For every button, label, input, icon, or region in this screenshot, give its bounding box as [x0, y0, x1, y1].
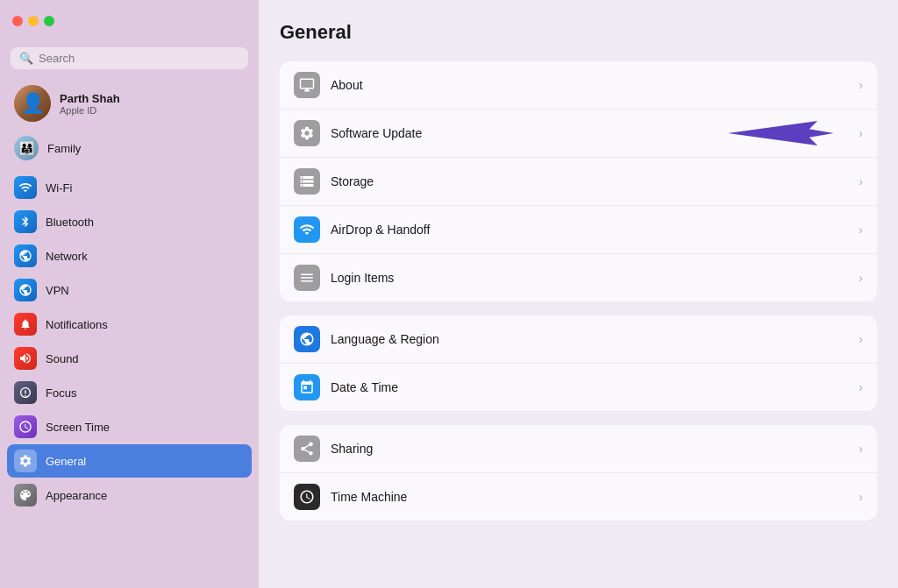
- sidebar-item-wifi[interactable]: Wi-Fi: [7, 171, 252, 204]
- settings-row-login-items[interactable]: Login Items ›: [280, 254, 877, 301]
- sidebar: 🔍 Parth Shah Apple ID 👨‍👩‍👧 Family: [0, 0, 259, 588]
- settings-row-airdrop[interactable]: AirDrop & Handoff ›: [280, 206, 877, 254]
- screentime-icon: [14, 415, 37, 438]
- sidebar-item-label-notifications: Notifications: [46, 318, 108, 331]
- settings-group-2: Language & Region › Date & Time ›: [280, 315, 877, 411]
- search-bar: 🔍: [0, 42, 259, 78]
- sidebar-item-sound[interactable]: Sound: [7, 342, 252, 375]
- sidebar-item-label-general: General: [46, 455, 86, 468]
- sharing-chevron: ›: [859, 442, 863, 456]
- main-content: General About › Software Update ›: [259, 0, 898, 588]
- focus-icon: [14, 381, 37, 404]
- settings-row-label-airdrop: AirDrop & Handoff: [331, 223, 859, 237]
- sidebar-item-appearance[interactable]: Appearance: [7, 478, 252, 512]
- sidebar-item-label-family: Family: [47, 142, 81, 155]
- sidebar-item-bluetooth[interactable]: Bluetooth: [7, 205, 252, 238]
- airdrop-chevron: ›: [859, 223, 863, 237]
- avatar: [14, 85, 51, 122]
- settings-row-label-sharing: Sharing: [331, 442, 859, 456]
- software-update-chevron: ›: [859, 126, 863, 140]
- datetime-icon: [294, 374, 320, 400]
- login-items-icon: [294, 265, 320, 291]
- svg-marker-0: [728, 121, 834, 145]
- settings-row-label-storage: Storage: [331, 174, 859, 188]
- settings-row-label-language: Language & Region: [331, 332, 859, 346]
- search-icon: 🔍: [19, 52, 33, 65]
- titlebar: [0, 0, 259, 42]
- about-chevron: ›: [859, 78, 863, 92]
- user-info: Parth Shah Apple ID: [60, 92, 120, 116]
- software-update-icon: [294, 120, 320, 146]
- settings-row-software-update[interactable]: Software Update ›: [280, 110, 877, 158]
- settings-row-about[interactable]: About ›: [280, 61, 877, 110]
- timemachine-chevron: ›: [859, 490, 863, 504]
- settings-row-timemachine[interactable]: Time Machine ›: [280, 473, 877, 521]
- sidebar-item-label-network: Network: [46, 250, 88, 263]
- settings-row-label-about: About: [331, 78, 859, 92]
- sidebar-item-notifications[interactable]: Notifications: [7, 308, 252, 341]
- about-icon: [294, 72, 320, 98]
- settings-row-label-login-items: Login Items: [331, 271, 859, 285]
- sidebar-item-network[interactable]: Network: [7, 239, 252, 273]
- airdrop-icon: [294, 216, 320, 243]
- avatar-image: [14, 85, 51, 122]
- login-items-chevron: ›: [859, 271, 863, 285]
- sidebar-item-label-screentime: Screen Time: [46, 421, 110, 434]
- sidebar-item-label-focus: Focus: [46, 386, 76, 400]
- notifications-icon: [14, 313, 37, 336]
- network-icon: [14, 244, 37, 267]
- family-avatar: 👨‍👩‍👧: [14, 136, 39, 160]
- timemachine-icon: [294, 484, 320, 510]
- settings-row-datetime[interactable]: Date & Time ›: [280, 364, 877, 411]
- sound-icon: [14, 347, 37, 370]
- sidebar-item-focus[interactable]: Focus: [7, 376, 252, 409]
- sidebar-item-screentime[interactable]: Screen Time: [7, 410, 252, 443]
- appearance-icon: [14, 484, 37, 507]
- traffic-lights: [12, 16, 54, 26]
- sidebar-item-vpn[interactable]: VPN: [7, 273, 252, 307]
- user-profile[interactable]: Parth Shah Apple ID: [7, 78, 252, 129]
- page-title: General: [280, 21, 877, 44]
- general-icon: [14, 450, 37, 472]
- wifi-icon: [14, 176, 37, 199]
- maximize-button[interactable]: [44, 16, 54, 26]
- sharing-icon: [294, 436, 320, 462]
- language-chevron: ›: [859, 332, 863, 346]
- search-wrapper[interactable]: 🔍: [11, 47, 248, 69]
- settings-group-3: Sharing › Time Machine ›: [280, 425, 877, 521]
- language-icon: [294, 326, 320, 352]
- sidebar-content: Parth Shah Apple ID 👨‍👩‍👧 Family Wi-Fi: [0, 78, 259, 588]
- storage-icon: [294, 168, 320, 195]
- close-button[interactable]: [12, 16, 23, 26]
- settings-row-sharing[interactable]: Sharing ›: [280, 425, 877, 473]
- user-subtitle: Apple ID: [60, 105, 120, 116]
- sidebar-item-family[interactable]: 👨‍👩‍👧 Family: [7, 131, 252, 166]
- settings-row-language[interactable]: Language & Region ›: [280, 315, 877, 364]
- sidebar-item-label-wifi: Wi-Fi: [46, 181, 72, 195]
- settings-row-storage[interactable]: Storage ›: [280, 158, 877, 206]
- sidebar-item-label-appearance: Appearance: [46, 489, 107, 502]
- sidebar-item-label-vpn: VPN: [46, 284, 69, 297]
- sidebar-item-label-sound: Sound: [46, 352, 79, 365]
- arrow-annotation: [728, 117, 842, 150]
- bluetooth-icon: [14, 210, 37, 233]
- settings-row-label-timemachine: Time Machine: [331, 490, 859, 504]
- vpn-icon: [14, 279, 37, 301]
- sidebar-item-label-bluetooth: Bluetooth: [46, 216, 94, 229]
- search-input[interactable]: [39, 52, 239, 65]
- storage-chevron: ›: [859, 174, 863, 188]
- settings-group-1: About › Software Update › Storage: [280, 61, 877, 301]
- datetime-chevron: ›: [859, 380, 863, 394]
- user-name: Parth Shah: [60, 92, 120, 105]
- settings-row-label-datetime: Date & Time: [331, 380, 859, 394]
- minimize-button[interactable]: [28, 16, 39, 26]
- sidebar-item-general[interactable]: General: [7, 444, 252, 478]
